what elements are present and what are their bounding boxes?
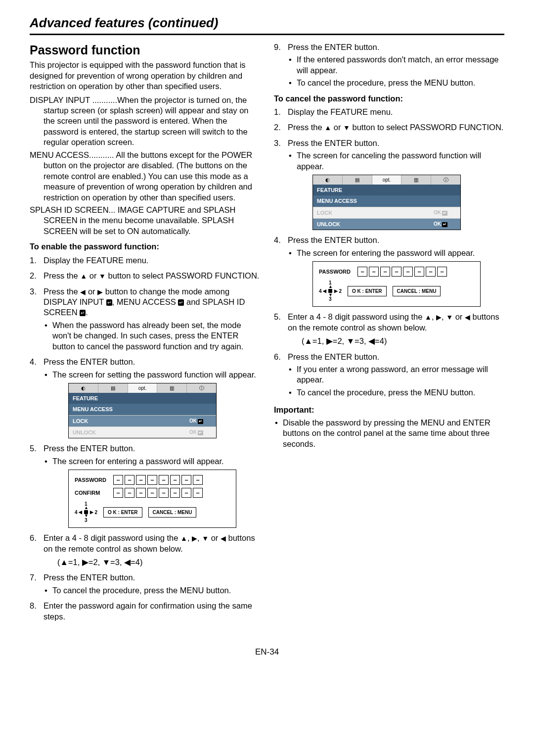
menu-tab-icon: ▥ <box>401 175 431 185</box>
right-column: 9.Press the ENTER button. If the entered… <box>274 42 504 627</box>
step-4-note: The screen for setting the password func… <box>44 370 260 380</box>
down-arrow-icon <box>446 312 453 321</box>
page-footer: EN-34 <box>30 647 504 658</box>
menu-tab-info-icon: ⓘ <box>187 383 216 393</box>
step-6: Enter a 4 - 8 digit password using the ,… <box>30 533 260 567</box>
pw-ok-hint: O K : ENTER <box>103 507 142 518</box>
pw-label-confirm: CONFIRM <box>75 489 113 496</box>
menu-tab-icon: ▥ <box>157 383 187 393</box>
step-1: Display the FEATURE menu. <box>30 255 260 266</box>
cstep-3: Press the ENTER button. The screen for c… <box>274 138 504 231</box>
enable-steps-continued: 9.Press the ENTER button. If the entered… <box>274 42 504 89</box>
step-5: Press the ENTER button. The screen for e… <box>30 443 260 528</box>
right-arrow-icon <box>436 312 442 321</box>
definition-term: DISPLAY INPUT ........... <box>30 95 117 104</box>
menu-row-unlock: UNLOCK <box>313 219 421 230</box>
menu-row-ok: OK↵ <box>421 219 460 230</box>
menu-row-ok: OK↵ <box>177 416 216 426</box>
menu-row-menuaccess: MENU ACCESS <box>69 404 216 415</box>
right-arrow-icon <box>97 287 103 296</box>
step-5-note: The screen for entering a password will … <box>44 456 260 467</box>
step-3: Press the or button to change the mode a… <box>30 286 260 352</box>
definition-term: SPLASH ID SCREEN... <box>30 205 118 214</box>
menu-row-ok-dim: OK↵ <box>421 207 460 218</box>
pw-label-password: PASSWORD <box>75 476 113 483</box>
menu-tab-icon: ◐ <box>313 175 343 185</box>
menu-row-feature: FEATURE <box>313 185 460 195</box>
two-column-layout: Password function This projector is equi… <box>30 42 504 627</box>
definition-splash-id: SPLASH ID SCREEN... IMAGE CAPTURE and SP… <box>30 205 260 236</box>
down-arrow-icon <box>99 271 106 280</box>
enter-icon <box>80 310 86 316</box>
right-arrow-icon <box>192 533 197 542</box>
step-9: 9.Press the ENTER button. If the entered… <box>274 42 504 89</box>
pw-digits-row: –––––––– <box>113 488 203 498</box>
enable-steps: Display the FEATURE menu. Press the or b… <box>30 255 260 622</box>
important-note: Disable the password by pressing the MEN… <box>274 418 504 449</box>
left-column: Password function This projector is equi… <box>30 42 260 627</box>
password-entry-screenshot: PASSWORD –––––––– CONFIRM –––––––– 1 <box>68 470 236 528</box>
up-arrow-icon <box>425 312 432 321</box>
keymap-line: (▲=1, ▶=2, ▼=3, ◀=4) <box>57 557 260 567</box>
step-7: Press the ENTER button. To cancel the pr… <box>30 572 260 596</box>
cstep-6: Press the ENTER button. If you enter a w… <box>274 352 504 398</box>
step-9-note-a: If the entered passwords don't match, an… <box>288 54 504 76</box>
cstep-2: Press the or button to select PASSWORD F… <box>274 122 504 133</box>
left-arrow-icon <box>221 533 226 542</box>
menu-tab-icon: ▤ <box>98 383 128 393</box>
cancel-steps: Display the FEATURE menu. Press the or b… <box>274 107 504 398</box>
menu-tab-icon: ▤ <box>343 175 372 185</box>
pw-cancel-hint: CANCEL : MENU <box>148 507 197 518</box>
intro-paragraph: This projector is equipped with the pass… <box>30 60 260 92</box>
down-arrow-icon <box>343 123 350 132</box>
menu-row-ok-dim: OK↵ <box>177 427 216 438</box>
up-arrow-icon <box>180 533 187 542</box>
definition-term: MENU ACCESS........... <box>30 150 116 159</box>
menu-tab-icon: ◐ <box>69 383 98 393</box>
cstep-6-note-a: If you enter a wrong password, an error … <box>288 364 504 385</box>
important-heading: Important: <box>274 405 504 415</box>
cstep-3-note: The screen for canceling the password fu… <box>288 150 504 172</box>
cstep-5: Enter a 4 - 8 digit password using the ,… <box>274 312 504 346</box>
step-3-note: When the password has already been set, … <box>44 320 260 352</box>
pw-label-password: PASSWORD <box>319 268 357 275</box>
menu-screenshot-unlock: ◐ ▤ opt. ▥ ⓘ FEATURE MENU ACCESS LOCKOK↵… <box>312 175 461 230</box>
menu-row-feature: FEATURE <box>69 393 216 404</box>
password-entry-screenshot-single: PASSWORD –––––––– 1 2 3 4 ▲▼◀▶ <box>312 261 481 307</box>
left-arrow-icon <box>80 287 86 296</box>
step-2: Press the or button to select PASSWORD F… <box>30 271 260 281</box>
page-header: Advanced features (continued) <box>30 15 504 35</box>
pw-cancel-hint: CANCEL : MENU <box>393 286 441 296</box>
cancel-heading: To cancel the password function: <box>274 94 504 104</box>
menu-row-lock: LOCK <box>69 416 177 426</box>
step-8: Enter the password again for confirmatio… <box>30 601 260 622</box>
pw-nav-diagram: 1 2 3 4 ▲▼◀▶ <box>75 501 97 523</box>
menu-tab-info-icon: ⓘ <box>431 175 460 185</box>
pw-digits-row: –––––––– <box>113 475 203 485</box>
enable-heading: To enable the password function: <box>30 241 260 252</box>
section-title: Password function <box>30 42 260 58</box>
cstep-4: Press the ENTER button. The screen for e… <box>274 235 504 307</box>
cstep-1: Display the FEATURE menu. <box>274 107 504 117</box>
left-arrow-icon <box>465 312 470 321</box>
pw-digits-row: –––––––– <box>357 267 447 277</box>
keymap-line: (▲=1, ▶=2, ▼=3, ◀=4) <box>302 336 504 346</box>
menu-tab-opt-icon: opt. <box>372 175 402 185</box>
definition-menu-access: MENU ACCESS........... All the buttons e… <box>30 150 260 203</box>
menu-tab-opt-icon: opt. <box>128 383 158 393</box>
enter-icon <box>178 299 184 306</box>
cstep-4-note: The screen for entering the password wil… <box>288 248 504 258</box>
menu-row-unlock: UNLOCK <box>69 427 177 438</box>
menu-screenshot-lock: ◐ ▤ opt. ▥ ⓘ FEATURE MENU ACCESS LOCKOK↵… <box>68 383 217 438</box>
up-arrow-icon <box>80 271 87 280</box>
down-arrow-icon <box>202 533 209 542</box>
menu-row-menuaccess: MENU ACCESS <box>313 195 460 206</box>
definition-display-input: DISPLAY INPUT ...........When the projec… <box>30 95 260 148</box>
step-9-note-b: To cancel the procedure, press the MENU … <box>288 78 504 88</box>
step-7-note: To cancel the procedure, press the MENU … <box>44 585 260 596</box>
menu-row-lock-dim: LOCK <box>313 207 421 218</box>
pw-ok-hint: O K : ENTER <box>348 286 387 296</box>
enter-icon <box>106 299 112 306</box>
step-4: Press the ENTER button. The screen for s… <box>30 357 260 438</box>
cstep-6-note-b: To cancel the procedure, press the MENU … <box>288 387 504 398</box>
